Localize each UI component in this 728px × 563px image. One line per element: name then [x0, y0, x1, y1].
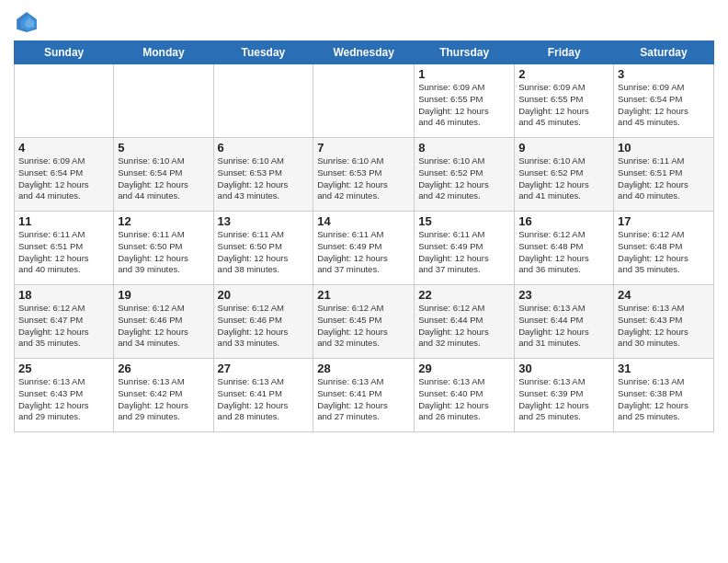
day-cell: 18Sunrise: 6:12 AM Sunset: 6:47 PM Dayli…	[15, 285, 114, 359]
day-cell: 5Sunrise: 6:10 AM Sunset: 6:54 PM Daylig…	[114, 138, 213, 212]
day-info: Sunrise: 6:12 AM Sunset: 6:46 PM Dayligh…	[218, 303, 310, 350]
day-cell: 13Sunrise: 6:11 AM Sunset: 6:50 PM Dayli…	[213, 212, 313, 285]
day-cell	[114, 64, 213, 138]
day-number: 25	[18, 362, 109, 375]
day-cell: 30Sunrise: 6:13 AM Sunset: 6:39 PM Dayli…	[515, 359, 614, 432]
day-cell	[15, 64, 114, 138]
day-number: 21	[317, 288, 410, 302]
col-header-saturday: Saturday	[614, 41, 714, 64]
day-number: 15	[418, 214, 510, 228]
day-info: Sunrise: 6:12 AM Sunset: 6:47 PM Dayligh…	[18, 303, 109, 350]
day-cell: 22Sunrise: 6:12 AM Sunset: 6:44 PM Dayli…	[415, 285, 515, 359]
week-row-1: 1Sunrise: 6:09 AM Sunset: 6:55 PM Daylig…	[15, 64, 714, 138]
day-cell: 4Sunrise: 6:09 AM Sunset: 6:54 PM Daylig…	[15, 138, 114, 212]
day-number: 6	[218, 141, 310, 155]
day-number: 22	[418, 288, 510, 302]
calendar-table: SundayMondayTuesdayWednesdayThursdayFrid…	[14, 40, 714, 432]
day-cell: 29Sunrise: 6:13 AM Sunset: 6:40 PM Dayli…	[415, 359, 515, 432]
col-header-wednesday: Wednesday	[313, 41, 415, 64]
day-info: Sunrise: 6:11 AM Sunset: 6:50 PM Dayligh…	[218, 229, 310, 276]
day-info: Sunrise: 6:09 AM Sunset: 6:55 PM Dayligh…	[418, 82, 510, 129]
col-header-tuesday: Tuesday	[213, 41, 313, 64]
day-info: Sunrise: 6:09 AM Sunset: 6:54 PM Dayligh…	[18, 155, 109, 202]
day-number: 2	[518, 67, 609, 81]
day-cell: 10Sunrise: 6:11 AM Sunset: 6:51 PM Dayli…	[614, 138, 714, 212]
col-header-friday: Friday	[515, 41, 614, 64]
day-number: 7	[317, 141, 410, 155]
day-cell: 15Sunrise: 6:11 AM Sunset: 6:49 PM Dayli…	[415, 212, 515, 285]
day-number: 8	[418, 141, 510, 155]
day-number: 29	[418, 362, 510, 375]
day-cell: 6Sunrise: 6:10 AM Sunset: 6:53 PM Daylig…	[213, 138, 313, 212]
day-info: Sunrise: 6:10 AM Sunset: 6:53 PM Dayligh…	[218, 155, 310, 202]
day-cell: 28Sunrise: 6:13 AM Sunset: 6:41 PM Dayli…	[313, 359, 415, 432]
day-info: Sunrise: 6:12 AM Sunset: 6:46 PM Dayligh…	[118, 303, 209, 350]
day-info: Sunrise: 6:13 AM Sunset: 6:42 PM Dayligh…	[118, 376, 209, 423]
day-info: Sunrise: 6:10 AM Sunset: 6:54 PM Dayligh…	[118, 155, 209, 202]
day-number: 26	[118, 362, 209, 375]
day-cell: 19Sunrise: 6:12 AM Sunset: 6:46 PM Dayli…	[114, 285, 213, 359]
day-info: Sunrise: 6:13 AM Sunset: 6:43 PM Dayligh…	[618, 303, 710, 350]
day-number: 5	[118, 141, 209, 155]
header	[14, 9, 714, 35]
logo	[14, 9, 43, 35]
day-number: 27	[218, 362, 310, 375]
day-info: Sunrise: 6:11 AM Sunset: 6:51 PM Dayligh…	[18, 229, 109, 276]
day-number: 4	[18, 141, 109, 155]
day-number: 24	[618, 288, 710, 302]
day-number: 9	[518, 141, 609, 155]
day-cell: 9Sunrise: 6:10 AM Sunset: 6:52 PM Daylig…	[515, 138, 614, 212]
day-cell: 21Sunrise: 6:12 AM Sunset: 6:45 PM Dayli…	[313, 285, 415, 359]
day-info: Sunrise: 6:13 AM Sunset: 6:39 PM Dayligh…	[518, 376, 609, 423]
day-number: 12	[118, 214, 209, 228]
day-number: 14	[317, 214, 410, 228]
day-number: 20	[218, 288, 310, 302]
day-cell: 17Sunrise: 6:12 AM Sunset: 6:48 PM Dayli…	[614, 212, 714, 285]
day-info: Sunrise: 6:09 AM Sunset: 6:54 PM Dayligh…	[618, 82, 710, 129]
day-info: Sunrise: 6:13 AM Sunset: 6:43 PM Dayligh…	[18, 376, 109, 423]
day-number: 3	[618, 67, 710, 81]
day-cell: 27Sunrise: 6:13 AM Sunset: 6:41 PM Dayli…	[213, 359, 313, 432]
day-number: 16	[518, 214, 609, 228]
day-info: Sunrise: 6:11 AM Sunset: 6:51 PM Dayligh…	[618, 155, 710, 202]
day-info: Sunrise: 6:11 AM Sunset: 6:49 PM Dayligh…	[317, 229, 410, 276]
week-row-2: 4Sunrise: 6:09 AM Sunset: 6:54 PM Daylig…	[15, 138, 714, 212]
day-info: Sunrise: 6:12 AM Sunset: 6:45 PM Dayligh…	[317, 303, 410, 350]
day-info: Sunrise: 6:12 AM Sunset: 6:44 PM Dayligh…	[418, 303, 510, 350]
col-header-thursday: Thursday	[415, 41, 515, 64]
day-number: 23	[518, 288, 609, 302]
day-cell: 2Sunrise: 6:09 AM Sunset: 6:55 PM Daylig…	[515, 64, 614, 138]
day-cell: 1Sunrise: 6:09 AM Sunset: 6:55 PM Daylig…	[415, 64, 515, 138]
day-number: 13	[218, 214, 310, 228]
day-number: 1	[418, 67, 510, 81]
day-cell: 25Sunrise: 6:13 AM Sunset: 6:43 PM Dayli…	[15, 359, 114, 432]
day-number: 30	[518, 362, 609, 375]
day-info: Sunrise: 6:11 AM Sunset: 6:50 PM Dayligh…	[118, 229, 209, 276]
day-cell: 11Sunrise: 6:11 AM Sunset: 6:51 PM Dayli…	[15, 212, 114, 285]
day-cell: 23Sunrise: 6:13 AM Sunset: 6:44 PM Dayli…	[515, 285, 614, 359]
day-info: Sunrise: 6:11 AM Sunset: 6:49 PM Dayligh…	[418, 229, 510, 276]
day-cell	[213, 64, 313, 138]
day-cell: 3Sunrise: 6:09 AM Sunset: 6:54 PM Daylig…	[614, 64, 714, 138]
col-header-sunday: Sunday	[15, 41, 114, 64]
day-info: Sunrise: 6:10 AM Sunset: 6:52 PM Dayligh…	[518, 155, 609, 202]
week-row-4: 18Sunrise: 6:12 AM Sunset: 6:47 PM Dayli…	[15, 285, 714, 359]
day-number: 19	[118, 288, 209, 302]
day-cell: 12Sunrise: 6:11 AM Sunset: 6:50 PM Dayli…	[114, 212, 213, 285]
day-cell	[313, 64, 415, 138]
page: SundayMondayTuesdayWednesdayThursdayFrid…	[0, 0, 728, 563]
day-info: Sunrise: 6:13 AM Sunset: 6:40 PM Dayligh…	[418, 376, 510, 423]
day-number: 31	[618, 362, 710, 375]
day-cell: 8Sunrise: 6:10 AM Sunset: 6:52 PM Daylig…	[415, 138, 515, 212]
week-row-3: 11Sunrise: 6:11 AM Sunset: 6:51 PM Dayli…	[15, 212, 714, 285]
day-number: 28	[317, 362, 410, 375]
day-info: Sunrise: 6:13 AM Sunset: 6:38 PM Dayligh…	[618, 376, 710, 423]
logo-icon	[14, 9, 40, 35]
day-info: Sunrise: 6:13 AM Sunset: 6:44 PM Dayligh…	[518, 303, 609, 350]
day-info: Sunrise: 6:12 AM Sunset: 6:48 PM Dayligh…	[518, 229, 609, 276]
col-header-monday: Monday	[114, 41, 213, 64]
day-cell: 26Sunrise: 6:13 AM Sunset: 6:42 PM Dayli…	[114, 359, 213, 432]
day-info: Sunrise: 6:12 AM Sunset: 6:48 PM Dayligh…	[618, 229, 710, 276]
day-number: 17	[618, 214, 710, 228]
day-cell: 31Sunrise: 6:13 AM Sunset: 6:38 PM Dayli…	[614, 359, 714, 432]
